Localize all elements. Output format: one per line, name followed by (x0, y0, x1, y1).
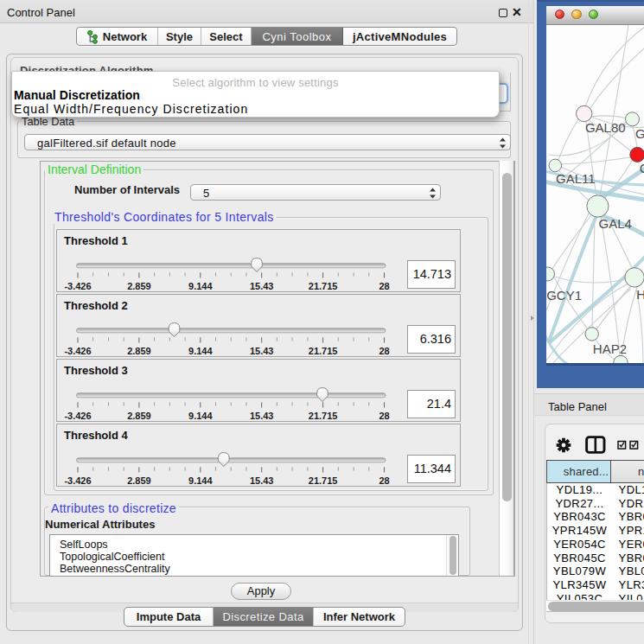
svg-text:9.144: 9.144 (188, 281, 213, 291)
svg-text:H: H (636, 286, 644, 301)
svg-text:-3.426: -3.426 (64, 281, 91, 291)
svg-text:GAL11: GAL11 (556, 170, 596, 185)
svg-text:9.144: 9.144 (188, 346, 213, 356)
svg-text:15.43: 15.43 (250, 346, 274, 356)
svg-text:9.144: 9.144 (188, 411, 213, 421)
svg-text:-3.426: -3.426 (64, 411, 91, 421)
svg-text:21.715: 21.715 (309, 281, 338, 291)
svg-text:2.859: 2.859 (127, 411, 151, 421)
svg-text:15.43: 15.43 (250, 475, 274, 486)
svg-text:2.859: 2.859 (127, 346, 151, 356)
svg-text:-3.426: -3.426 (64, 475, 91, 486)
svg-text:21.715: 21.715 (309, 346, 338, 356)
svg-text:21.715: 21.715 (309, 411, 338, 421)
svg-text:C: C (639, 161, 644, 175)
svg-text:9.144: 9.144 (188, 475, 213, 486)
svg-text:28: 28 (379, 475, 389, 486)
svg-text:2.859: 2.859 (127, 475, 151, 486)
svg-text:28: 28 (379, 346, 389, 356)
svg-text:15.43: 15.43 (250, 411, 274, 421)
svg-text:2.859: 2.859 (127, 281, 151, 291)
svg-text:HAP2: HAP2 (592, 341, 626, 355)
svg-text:GCY1: GCY1 (546, 287, 582, 302)
svg-text:28: 28 (379, 411, 389, 421)
svg-text:GAL4: GAL4 (598, 216, 631, 231)
svg-text:GAL80: GAL80 (584, 119, 625, 134)
svg-text:28: 28 (379, 281, 389, 291)
svg-text:GA: GA (634, 125, 644, 140)
svg-text:15.43: 15.43 (250, 281, 274, 291)
svg-text:-3.426: -3.426 (64, 346, 91, 356)
svg-text:21.715: 21.715 (309, 475, 338, 486)
